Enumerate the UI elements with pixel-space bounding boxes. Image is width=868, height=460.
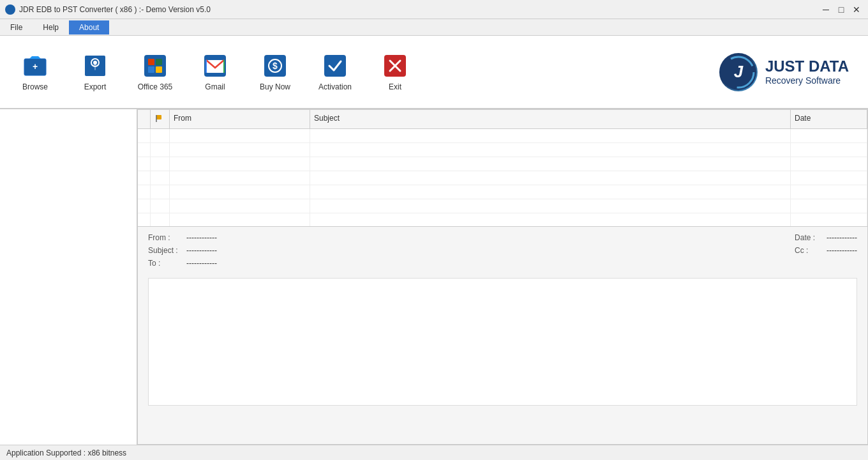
column-subject: Subject	[310, 110, 791, 128]
menu-file[interactable]: File	[0, 20, 33, 34]
logo-circle: J	[719, 53, 758, 91]
column-from: From	[170, 110, 310, 128]
date-value: ------------	[827, 233, 857, 242]
svg-text:J: J	[734, 62, 744, 81]
preview-subject-row: Subject : ------------	[148, 246, 217, 255]
browse-label: Browse	[22, 82, 48, 91]
cell-from	[170, 129, 310, 142]
logo-area: J JUST DATA Recovery Software	[719, 53, 862, 91]
cell-date	[791, 129, 867, 142]
cell-subject	[310, 129, 791, 142]
logo-text: JUST DATA Recovery Software	[765, 58, 849, 85]
email-row[interactable]	[138, 157, 867, 171]
email-row[interactable]	[138, 185, 867, 199]
email-row[interactable]	[138, 171, 867, 185]
svg-rect-10	[156, 59, 162, 65]
activation-button[interactable]: Activation	[306, 42, 364, 102]
from-label: From :	[148, 233, 186, 242]
svg-rect-20	[324, 55, 346, 77]
gmail-label: Gmail	[205, 82, 225, 91]
email-list-header: From Subject Date	[138, 110, 867, 129]
svg-rect-27	[156, 115, 161, 119]
menu-bar: File Help About	[0, 19, 868, 36]
restore-button[interactable]: □	[835, 3, 848, 16]
exit-icon	[382, 53, 408, 79]
email-body	[148, 278, 857, 406]
browse-icon: +	[22, 53, 48, 79]
close-button[interactable]: ✕	[850, 3, 863, 16]
activation-icon	[322, 53, 348, 79]
svg-marker-2	[29, 56, 41, 59]
export-label: Export	[84, 82, 107, 91]
email-list[interactable]: From Subject Date	[138, 110, 867, 227]
status-bar: Application Supported : x86 bitness	[0, 445, 868, 460]
export-icon: ↑	[82, 53, 108, 79]
office365-icon	[142, 53, 168, 79]
svg-rect-11	[148, 66, 154, 73]
email-row[interactable]	[138, 143, 867, 157]
column-flag	[151, 110, 170, 128]
browse-button[interactable]: + Browse	[6, 42, 64, 102]
svg-text:+: +	[33, 61, 38, 72]
svg-rect-12	[156, 66, 162, 73]
minimize-button[interactable]: ─	[819, 3, 832, 16]
preview-from-row: From : ------------	[148, 233, 217, 242]
column-date: Date	[791, 110, 867, 128]
title-bar-left: JDR EDB to PST Converter ( x86 ) :- Demo…	[5, 4, 211, 15]
window-title: JDR EDB to PST Converter ( x86 ) :- Demo…	[19, 5, 211, 14]
email-row[interactable]	[138, 199, 867, 213]
date-label: Date :	[795, 233, 827, 242]
toolbar: + Browse ↑ Export O	[0, 36, 868, 109]
activation-label: Activation	[318, 82, 352, 91]
email-preview: From : ------------ Subject : ----------…	[138, 227, 867, 444]
svg-rect-8	[144, 55, 166, 77]
email-row[interactable]	[138, 129, 867, 143]
export-button[interactable]: ↑ Export	[66, 42, 124, 102]
exit-label: Exit	[389, 82, 401, 91]
cell-attachment	[138, 129, 151, 142]
buynow-label: Buy Now	[260, 82, 290, 91]
buynow-button[interactable]: $ Buy Now	[246, 42, 304, 102]
preview-to-row: To : ------------	[148, 259, 217, 268]
title-bar: JDR EDB to PST Converter ( x86 ) :- Demo…	[0, 0, 868, 19]
logo-subtext: Recovery Software	[765, 75, 849, 86]
svg-text:$: $	[273, 61, 278, 71]
cc-label: Cc :	[795, 246, 827, 255]
cc-value: ------------	[827, 246, 857, 255]
cell-flag	[151, 129, 170, 142]
app-icon	[5, 4, 15, 15]
gmail-icon	[202, 53, 228, 79]
menu-about[interactable]: About	[69, 20, 109, 34]
column-attachment	[138, 110, 151, 128]
status-text: Application Supported : x86 bitness	[6, 448, 126, 457]
to-label: To :	[148, 259, 186, 268]
svg-point-7	[93, 61, 97, 65]
gmail-button[interactable]: Gmail	[186, 42, 244, 102]
from-value: ------------	[186, 233, 217, 242]
main-content: From Subject Date From : ------------	[0, 109, 868, 445]
email-row[interactable]	[138, 213, 867, 227]
subject-label: Subject :	[148, 246, 186, 255]
exit-button[interactable]: Exit	[366, 42, 424, 102]
subject-value: ------------	[186, 246, 217, 255]
menu-help[interactable]: Help	[33, 20, 69, 34]
window-controls: ─ □ ✕	[819, 3, 863, 16]
preview-cc-row: Cc : ------------	[795, 246, 857, 255]
svg-rect-9	[148, 59, 154, 65]
office365-label: Office 365	[138, 82, 172, 91]
left-panel	[0, 109, 137, 445]
to-value: ------------	[186, 259, 217, 268]
logo-brand-name: JUST DATA	[765, 58, 849, 75]
buynow-icon: $	[262, 53, 288, 79]
right-panel: From Subject Date From : ------------	[137, 109, 868, 445]
office365-button[interactable]: Office 365	[126, 42, 184, 102]
preview-date-row: Date : ------------	[795, 233, 857, 242]
